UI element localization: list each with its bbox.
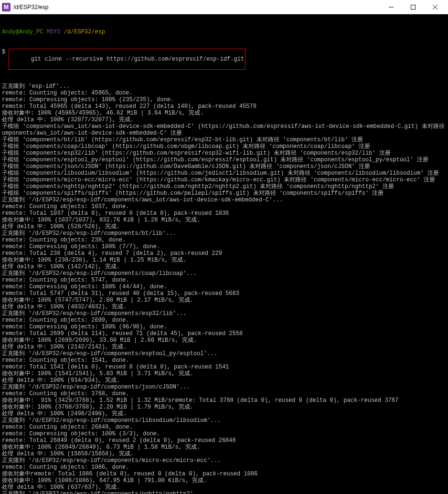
output-line: remote: Compressing objects: 100% (235/2… — [2, 96, 446, 103]
output-line: remote: Total 26849 (delta 0), reused 2 … — [2, 437, 446, 444]
output-line: 正克隆到 '/d/ESP32/esp/esp-idf/components/li… — [2, 417, 446, 424]
output-line: remote: Compressing objects: 100% (96/96… — [2, 324, 446, 330]
output-line: remote: Compressing objects: 100% (44/44… — [2, 284, 446, 290]
prompt-path: /d/ESP32/esp — [64, 29, 105, 35]
output-line: remote: Compressing objects: 100% (7/7),… — [2, 243, 446, 250]
output-line: remote: Total 45965 (delta 143), reused … — [2, 103, 446, 110]
output-line: 正克隆到 '/d/ESP32/esp/esp-idf/components/aw… — [2, 197, 446, 203]
output-line: 处理 delta 中: 100% (15658/15658), 完成. — [2, 451, 446, 457]
output-line: remote: Total 238 (delta 4), reused 7 (d… — [2, 250, 446, 257]
output-line: 接收对象中: 100% (26849/26849), 6.73 MiB | 1.… — [2, 444, 446, 451]
close-button[interactable] — [424, 0, 446, 14]
output-line: remote: Counting objects: 238, done. — [2, 237, 446, 243]
output-line: 正克隆到 '/d/ESP32/esp/esp-idf/components/es… — [2, 350, 446, 357]
output-line: 正克隆到 '/d/ESP32/esp/esp-idf/components/mi… — [2, 457, 446, 464]
output-line: 接收对象中: 100% (1037/1037), 832.76 KiB | 1.… — [2, 217, 446, 223]
prompt-user: Andy@Andy_PC — [2, 29, 43, 35]
command-text: git clone --recursive https://github.com… — [31, 56, 244, 63]
minimize-button[interactable] — [380, 0, 402, 14]
output-line: 接收对象中: 100% (3768/3768), 2.20 MiB | 1.79… — [2, 404, 446, 410]
output-line: remote: Total 2699 (delta 114), reused 7… — [2, 330, 446, 337]
output-line: remote: Counting objects: 26849, done. — [2, 424, 446, 431]
output-line: 处理 delta 中: 100% (4032/4032), 完成. — [2, 304, 446, 310]
window-controls — [380, 0, 446, 14]
terminal-output: 正克隆到 'esp-idf'...remote: Counting object… — [2, 83, 446, 494]
window-title: /d/ESP32/esp — [13, 4, 380, 11]
output-line: remote: Total 1037 (delta 0), reused 0 (… — [2, 210, 446, 217]
output-line: 接收对象中: 100% (1086/1086), 647.95 KiB | 79… — [2, 477, 446, 484]
output-line: 子模组 'components/aws_iot/aws-iot-device-s… — [2, 123, 446, 130]
output-line: 子模组 'components/esptool_py/esptool' (htt… — [2, 157, 446, 163]
output-line: remote: Total 5747 (delta 31), reused 40… — [2, 290, 446, 297]
output-line: 子模组 'components/libsodium/libsodium' (ht… — [2, 170, 446, 177]
output-line: 处理 delta 中: 100% (2498/2498), 完成. — [2, 410, 446, 417]
output-line: 正克隆到 '/d/ESP32/esp/esp-idf/components/co… — [2, 270, 446, 277]
output-line: 处理 delta 中: 100% (2142/2142), 完成. — [2, 344, 446, 350]
prompt-dollar: $ — [2, 49, 5, 70]
prompt-line-1: Andy@Andy_PC MSYS /d/ESP32/esp — [2, 29, 446, 35]
output-line: 接收对象中remote: Total 1086 (delta 0), reuse… — [2, 471, 446, 477]
prompt-system: MSYS — [47, 29, 61, 35]
output-line: 子模组 'components/nghttp/nghttp2' (https:/… — [2, 183, 446, 190]
output-line: remote: Counting objects: 1086, done. — [2, 464, 446, 471]
output-line: 子模组 'components/json/cJSON' (https://git… — [2, 163, 446, 170]
output-line: remote: Counting objects: 2699, done. — [2, 317, 446, 324]
output-line: 接收对象中: 100% (238/238), 1.14 MiB | 1.25 M… — [2, 257, 446, 263]
output-line: remote: Counting objects: 3768, done. — [2, 390, 446, 397]
app-icon: M — [2, 3, 11, 11]
output-line: 接收对象中: 91% (3429/3768), 1.52 MiB | 1.32 … — [2, 397, 446, 404]
output-line: remote: Counting objects: 1037, done. — [2, 203, 446, 210]
output-line: 正克隆到 'esp-idf'... — [2, 83, 446, 90]
maximize-button[interactable] — [402, 0, 424, 14]
output-line: 处理 delta 中: 100% (32077/32077), 完成. — [2, 116, 446, 123]
output-line: 正克隆到 '/d/ESP32/esp/esp-idf/components/ng… — [2, 491, 446, 494]
output-line: remote: Counting objects: 1541, done. — [2, 357, 446, 364]
titlebar: M /d/ESP32/esp — [0, 0, 448, 14]
output-line: 接收对象中: 100% (2699/2699), 33.60 MiB | 2.6… — [2, 337, 446, 344]
output-line: 子模组 'components/micro-ecc/micro-ecc' (ht… — [2, 177, 446, 183]
output-line: 正克隆到 '/d/ESP32/esp/esp-idf/components/es… — [2, 310, 446, 317]
output-line: 处理 delta 中: 100% (934/934), 完成. — [2, 377, 446, 384]
command-line: $ git clone --recursive https://github.c… — [2, 49, 446, 70]
output-line: 正克隆到 '/d/ESP32/esp/esp-idf/components/bt… — [2, 230, 446, 237]
output-line: 处理 delta 中: 100% (528/528), 完成. — [2, 223, 446, 230]
output-line: 子模组 'components/esp32/lib' (https://gith… — [2, 150, 446, 157]
output-line: 处理 delta 中: 100% (637/637), 完成. — [2, 484, 446, 491]
output-line: 子模组 'components/spiffs/spiffs' (https://… — [2, 190, 446, 197]
output-line: omponents/aws_iot/aws-iot-device-sdk-emb… — [2, 130, 446, 137]
output-line: remote: Compressing objects: 100% (3/3),… — [2, 431, 446, 437]
output-line: 子模组 'components/coap/libcoap' (https://g… — [2, 143, 446, 150]
svg-rect-1 — [411, 5, 416, 9]
output-line: 正克隆到 '/d/ESP32/esp/esp-idf/components/js… — [2, 384, 446, 390]
terminal-area[interactable]: Andy@Andy_PC MSYS /d/ESP32/esp $ git clo… — [0, 14, 448, 494]
output-line: 子模组 'components/bt/lib' (https://github.… — [2, 137, 446, 143]
output-line: 接收对象中: 100% (45965/45965), 46.62 MiB | 3… — [2, 110, 446, 116]
output-line: remote: Total 1541 (delta 0), reused 0 (… — [2, 364, 446, 370]
output-line: remote: Counting objects: 45965, done. — [2, 90, 446, 96]
command-highlight-box: git clone --recursive https://github.com… — [9, 49, 245, 70]
output-line: 接收对象中: 100% (5747/5747), 2.08 MiB | 2.17… — [2, 297, 446, 304]
output-line: 接收对象中: 100% (1541/1541), 5.03 MiB | 3.71… — [2, 370, 446, 377]
output-line: remote: Counting objects: 5747, done. — [2, 277, 446, 284]
output-line: 处理 delta 中: 100% (142/142), 完成. — [2, 263, 446, 270]
